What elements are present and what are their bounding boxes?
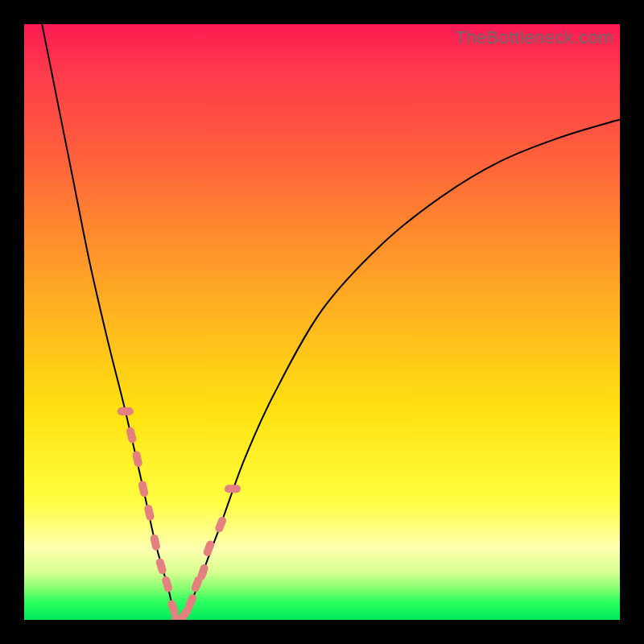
data-marker (138, 480, 149, 497)
data-marker (126, 427, 138, 444)
data-marker (214, 515, 228, 533)
plot-area: TheBottleneck.com (24, 24, 620, 620)
data-marker (143, 504, 155, 522)
left-branch-curve (42, 24, 179, 620)
data-marker (118, 407, 134, 415)
chart-frame: TheBottleneck.com (0, 0, 644, 644)
curve-layer (24, 24, 620, 620)
data-marker (167, 599, 180, 617)
data-marker (161, 576, 173, 593)
data-marker (132, 450, 143, 468)
data-marker (155, 557, 167, 575)
data-marker (225, 485, 241, 493)
data-marker (150, 534, 161, 551)
data-marker (196, 564, 209, 581)
right-branch-curve (179, 119, 620, 620)
marker-group (118, 407, 241, 620)
